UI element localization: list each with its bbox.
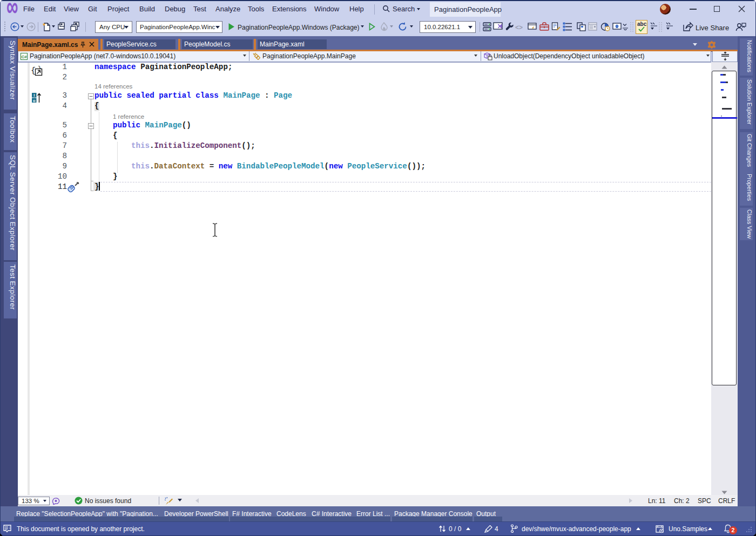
svg-text:C#: C# — [21, 54, 27, 59]
svg-text:I: I — [33, 93, 35, 98]
svg-text:o: o — [33, 98, 36, 103]
svg-text:{: { — [31, 66, 36, 76]
